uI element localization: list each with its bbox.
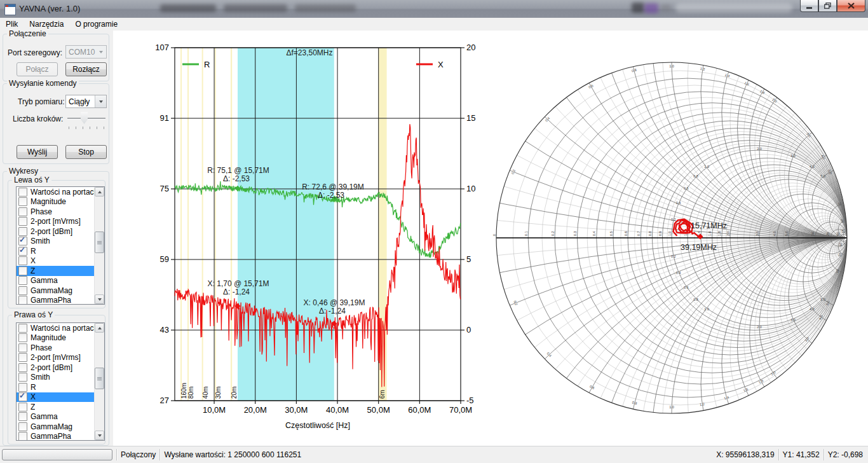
stop-button[interactable]: Stop [65, 145, 107, 159]
menu-narzedzia[interactable]: Narzędzia [24, 18, 69, 30]
minimize-button[interactable] [800, 0, 818, 12]
checkbox-icon[interactable] [18, 373, 27, 382]
svg-text:50: 50 [841, 229, 845, 233]
list-item-label: 2-port [dBm] [31, 363, 72, 372]
list-item-gammapha[interactable]: GammaPha [17, 432, 95, 441]
measure-mode-combobox[interactable]: Ciągły [65, 95, 107, 108]
list-item-warto-ci-na-portach-adc[interactable]: Wartości na portach ADC [17, 187, 95, 197]
scroll-up-icon[interactable] [95, 187, 104, 197]
svg-text:R: 75,1 @ 15,71M: R: 75,1 @ 15,71M [207, 166, 269, 175]
list-item-magnitude[interactable]: Magnitude [17, 333, 95, 343]
svg-text:Δf=23,50MHz: Δf=23,50MHz [286, 48, 332, 57]
send-button[interactable]: Wyślij [17, 145, 58, 159]
checkbox-icon[interactable] [18, 363, 27, 372]
restore-button[interactable] [818, 0, 837, 12]
svg-text:5.0: 5.0 [820, 174, 825, 178]
scrollbar-thumb[interactable] [95, 232, 104, 253]
checkbox-checked-icon[interactable] [18, 247, 27, 256]
checkbox-icon[interactable] [18, 227, 27, 236]
checkbox-icon[interactable] [18, 333, 27, 342]
svg-text:50,0M: 50,0M [367, 405, 390, 415]
checkbox-icon[interactable] [18, 324, 27, 333]
redacted-text-blur [295, 4, 356, 12]
scroll-down-icon[interactable] [95, 431, 104, 440]
checkbox-icon[interactable] [18, 188, 27, 197]
checkbox-icon[interactable] [18, 403, 27, 411]
list-item-z[interactable]: Z [17, 402, 95, 412]
scroll-up-icon[interactable] [95, 323, 104, 333]
checkbox-icon[interactable] [18, 266, 27, 275]
scrollbar-thumb[interactable] [95, 368, 104, 389]
impedance-line-chart[interactable]: 160m80m40m30m20m6m107917559432720151050-… [114, 31, 534, 446]
list-item-x[interactable]: X [17, 392, 95, 403]
svg-text:0.9: 0.9 [658, 231, 662, 236]
svg-text:0.8: 0.8 [693, 298, 698, 301]
list-item-gamma[interactable]: Gamma [17, 412, 95, 422]
list-item-z[interactable]: Z [17, 266, 95, 276]
svg-text:0: 0 [466, 325, 471, 335]
svg-text:10: 10 [837, 202, 842, 206]
serial-port-value: COM10 [66, 48, 95, 57]
checkbox-icon[interactable] [18, 343, 27, 352]
checkbox-checked-icon[interactable] [18, 237, 27, 245]
svg-text:15: 15 [466, 113, 475, 123]
svg-text:1.0: 1.0 [668, 231, 672, 236]
svg-text:0: 0 [492, 234, 496, 236]
svg-text:75: 75 [160, 184, 169, 193]
list-item-phase[interactable]: Phase [17, 207, 95, 217]
list-item-label: GammaMag [31, 286, 72, 295]
checkbox-icon[interactable] [18, 256, 27, 265]
list-item-2-port-dbm-[interactable]: 2-port [dBm] [17, 226, 95, 237]
combo-arrow-icon [95, 95, 106, 107]
groupbox-right-axis-title: Prawa oś Y [12, 310, 55, 319]
list-item-r[interactable]: R [17, 246, 95, 256]
list-item-smith[interactable]: Smith [17, 237, 95, 247]
left-axis-listbox[interactable]: Wartości na portach ADCMagnitudePhase2-p… [16, 186, 105, 305]
checkbox-icon[interactable] [18, 276, 27, 285]
svg-text:20m: 20m [231, 387, 238, 399]
close-button[interactable] [837, 0, 865, 12]
groupbox-connection-title: Połączenie [7, 29, 48, 38]
svg-text:20,0M: 20,0M [244, 405, 267, 415]
list-item-gammapha[interactable]: GammaPha [17, 296, 95, 305]
checkbox-icon[interactable] [18, 207, 27, 216]
slider-thumb[interactable] [81, 112, 88, 124]
connect-button[interactable]: Połącz [17, 62, 58, 76]
list-item-gammamag[interactable]: GammaMag [17, 286, 95, 296]
list-item-2-port-dbm-[interactable]: 2-port [dBm] [17, 363, 95, 373]
smith-chart[interactable]: 00.10.20.30.40.50.60.70.80.91.01.21.41.6… [489, 32, 868, 446]
list-item-gamma[interactable]: Gamma [17, 276, 95, 286]
list-item-r[interactable]: R [17, 382, 95, 392]
scroll-down-icon[interactable] [95, 294, 104, 304]
list-item-label: Smith [31, 373, 50, 382]
scrollbar[interactable] [94, 187, 104, 304]
list-item-warto-ci-na-portach-adc[interactable]: Wartości na portach ADC [17, 323, 95, 333]
checkbox-icon[interactable] [18, 412, 27, 421]
checkbox-icon[interactable] [18, 217, 27, 226]
checkbox-icon[interactable] [18, 286, 27, 295]
list-item-2-port-mvrms-[interactable]: 2-port [mVrms] [17, 217, 95, 227]
steps-slider[interactable] [66, 110, 107, 130]
menu-plik[interactable]: Plik [0, 18, 24, 30]
checkbox-icon[interactable] [18, 383, 27, 392]
checkbox-icon[interactable] [18, 197, 27, 206]
list-item-label: R [31, 247, 36, 256]
serial-port-combobox[interactable]: COM10 [65, 45, 107, 59]
list-item-label: Phase [31, 207, 52, 216]
svg-text:0.1: 0.1 [524, 231, 528, 236]
right-axis-listbox[interactable]: Wartości na portach ADCMagnitudePhase2-p… [16, 322, 105, 441]
menu-o-programie[interactable]: O programie [69, 18, 123, 30]
disconnect-button[interactable]: Rozłącz [65, 62, 107, 76]
list-item-smith[interactable]: Smith [17, 373, 95, 383]
checkbox-icon[interactable] [18, 422, 27, 431]
list-item-gammamag[interactable]: GammaMag [17, 422, 95, 432]
checkbox-icon[interactable] [18, 432, 27, 441]
checkbox-icon[interactable] [18, 296, 27, 305]
list-item-phase[interactable]: Phase [17, 343, 95, 353]
scrollbar[interactable] [94, 323, 104, 440]
list-item-magnitude[interactable]: Magnitude [17, 197, 95, 207]
list-item-x[interactable]: X [17, 256, 95, 266]
list-item-2-port-mvrms-[interactable]: 2-port [mVrms] [17, 353, 95, 363]
checkbox-checked-icon[interactable] [18, 392, 27, 401]
checkbox-icon[interactable] [18, 353, 27, 362]
